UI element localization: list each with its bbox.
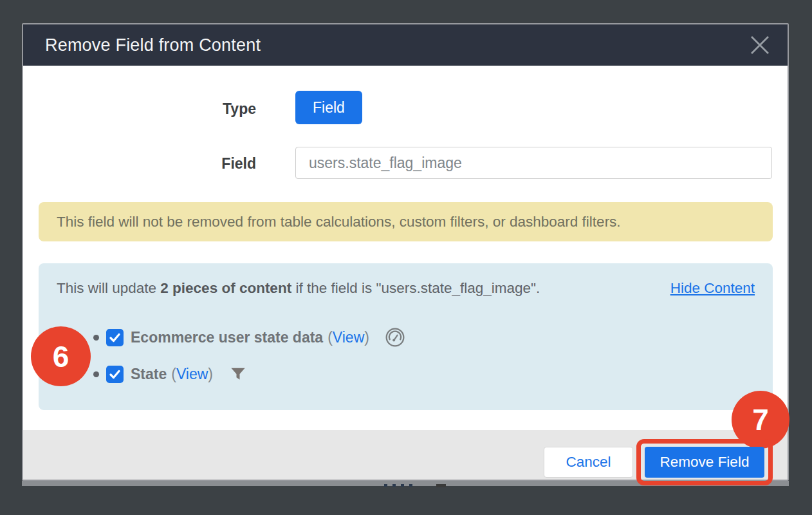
filter-icon [228, 364, 248, 384]
view-link[interactable]: (View) [328, 329, 369, 346]
field-name-input[interactable] [295, 147, 772, 179]
remove-field-dialog: Remove Field from Content Type Field Fie… [22, 23, 789, 481]
bullet-icon [93, 335, 99, 341]
list-item: State (View) [39, 360, 773, 388]
background-page-sliver [436, 484, 446, 487]
modal-bottom-edge [22, 481, 789, 486]
checkmark-icon [109, 332, 121, 344]
dialog-header: Remove Field from Content [23, 24, 788, 66]
remove-field-button[interactable]: Remove Field [645, 447, 764, 478]
update-message: This will update 2 pieces of content if … [57, 280, 670, 297]
dialog-title: Remove Field from Content [45, 35, 261, 55]
background-page-sliver [384, 484, 387, 487]
background-page-sliver [401, 484, 404, 487]
list-item: Ecommerce user state data (View) [39, 323, 773, 351]
bullet-icon [93, 371, 99, 377]
background-page-sliver [409, 484, 412, 487]
content-checkbox[interactable] [106, 329, 124, 346]
content-item-label: Ecommerce user state data [131, 329, 323, 346]
close-button[interactable] [748, 33, 772, 57]
affected-content-box: This will update 2 pieces of content if … [39, 263, 773, 410]
checkmark-icon [109, 368, 121, 380]
type-label: Type [23, 100, 256, 118]
view-link[interactable]: (View) [171, 366, 213, 383]
cancel-button[interactable]: Cancel [544, 447, 633, 478]
content-checkbox[interactable] [106, 366, 124, 383]
warning-text: This field will not be removed from tabl… [57, 214, 621, 230]
dashboard-gauge-icon [385, 327, 405, 348]
hide-content-link[interactable]: Hide Content [670, 280, 755, 297]
field-label: Field [23, 155, 256, 173]
warning-banner: This field will not be removed from tabl… [39, 202, 773, 241]
type-field-button[interactable]: Field [295, 91, 362, 124]
content-item-label: State [131, 366, 167, 383]
background-page-sliver [392, 484, 396, 487]
close-icon [748, 33, 772, 57]
